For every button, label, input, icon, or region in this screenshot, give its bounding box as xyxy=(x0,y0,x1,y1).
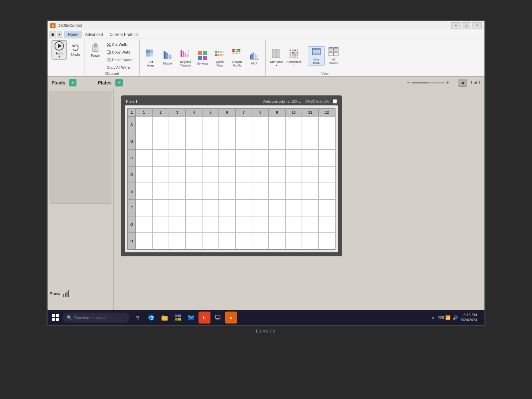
volume-icon[interactable]: 🔊 xyxy=(452,315,458,321)
menu-current-protocol[interactable]: Current Protocol xyxy=(106,31,142,38)
undo-button[interactable]: Undo xyxy=(69,40,82,60)
copy-all-wells-button[interactable]: Copy All Wells xyxy=(104,64,137,71)
pcr-button[interactable]: PCR xyxy=(246,48,263,67)
well-C1[interactable] xyxy=(136,150,152,166)
minimize-button[interactable]: ─ xyxy=(451,22,461,29)
well-H11[interactable] xyxy=(302,233,319,249)
well-H4[interactable] xyxy=(186,233,202,249)
well-B5[interactable] xyxy=(202,133,219,150)
well-E5[interactable] xyxy=(202,183,219,200)
start-button[interactable] xyxy=(50,312,61,323)
well-D7[interactable] xyxy=(235,166,252,183)
well-C4[interactable] xyxy=(186,150,202,166)
well-E8[interactable] xyxy=(252,183,269,200)
well-G1[interactable] xyxy=(136,216,152,233)
well-A12[interactable] xyxy=(319,116,335,133)
mail-icon[interactable] xyxy=(185,312,197,324)
well-A9[interactable] xyxy=(269,116,285,133)
network-tray-icon[interactable]: 📶 xyxy=(445,315,451,321)
well-H2[interactable] xyxy=(152,233,169,249)
well-B6[interactable] xyxy=(219,133,235,150)
well-H5[interactable] xyxy=(202,233,219,249)
well-F8[interactable] xyxy=(252,200,269,216)
well-F5[interactable] xyxy=(202,200,219,216)
well-A8[interactable] xyxy=(252,116,269,133)
well-A7[interactable] xyxy=(235,116,252,133)
well-B2[interactable] xyxy=(152,133,169,150)
well-E4[interactable] xyxy=(186,183,202,200)
well-E2[interactable] xyxy=(152,183,169,200)
well-C3[interactable] xyxy=(169,150,186,166)
menu-home[interactable]: Home xyxy=(65,31,82,38)
well-A1[interactable] xyxy=(136,116,152,133)
run-button[interactable]: Run ▾ xyxy=(52,40,67,60)
zoom-slider[interactable] xyxy=(412,82,445,83)
add-fluid-button[interactable]: + xyxy=(69,79,76,86)
well-F12[interactable] xyxy=(319,200,335,216)
well-B8[interactable] xyxy=(252,133,269,150)
well-B10[interactable] xyxy=(285,133,302,150)
well-A11[interactable] xyxy=(302,116,319,133)
task-view-button[interactable]: ⊟ xyxy=(131,312,143,324)
add-plate-button[interactable]: + xyxy=(115,79,123,86)
network-icon[interactable] xyxy=(212,312,224,324)
well-A6[interactable] xyxy=(219,116,235,133)
well-D8[interactable] xyxy=(252,166,269,183)
l-app-icon[interactable]: L xyxy=(199,312,210,324)
show-desktop-button[interactable] xyxy=(480,313,482,323)
well-C5[interactable] xyxy=(202,150,219,166)
well-C2[interactable] xyxy=(152,150,169,166)
well-G5[interactable] xyxy=(202,216,219,233)
well-A5[interactable] xyxy=(202,116,219,133)
store-icon[interactable] xyxy=(172,312,184,324)
well-B11[interactable] xyxy=(302,133,319,150)
normalize-button[interactable]: Normalize ▾ xyxy=(268,48,285,67)
well-B1[interactable] xyxy=(136,133,152,150)
targeted-titration-button[interactable]: TargetedTitration xyxy=(177,48,194,67)
titration-button[interactable]: Titration xyxy=(160,48,176,67)
well-H9[interactable] xyxy=(269,233,285,249)
well-G12[interactable] xyxy=(319,216,335,233)
well-H8[interactable] xyxy=(252,233,269,249)
well-F6[interactable] xyxy=(219,200,235,216)
well-C8[interactable] xyxy=(252,150,269,166)
well-F3[interactable] xyxy=(169,200,186,216)
well-D9[interactable] xyxy=(269,166,285,183)
well-E3[interactable] xyxy=(169,183,186,200)
edge-icon[interactable] xyxy=(145,312,157,324)
set-value-button[interactable]: SetValue xyxy=(142,48,159,67)
well-F1[interactable] xyxy=(136,200,152,216)
well-E11[interactable] xyxy=(302,183,319,200)
well-C9[interactable] xyxy=(269,150,285,166)
well-G2[interactable] xyxy=(152,216,169,233)
well-E12[interactable] xyxy=(319,183,335,200)
well-H6[interactable] xyxy=(219,233,235,249)
well-E6[interactable] xyxy=(219,183,235,200)
search-bar[interactable]: 🔍 Type here to search xyxy=(63,313,129,323)
quick-plate-button[interactable]: QuickPlate xyxy=(211,48,228,67)
keyboard-icon[interactable]: ⌨ xyxy=(438,315,444,321)
well-D3[interactable] xyxy=(169,166,186,183)
well-D6[interactable] xyxy=(219,166,235,183)
well-B4[interactable] xyxy=(186,133,202,150)
well-H3[interactable] xyxy=(169,233,186,249)
zoom-out-button[interactable]: − xyxy=(407,80,410,86)
maximize-button[interactable]: □ xyxy=(462,22,471,29)
well-A3[interactable] xyxy=(169,116,186,133)
well-E1[interactable] xyxy=(136,183,152,200)
well-F10[interactable] xyxy=(285,200,302,216)
well-A2[interactable] xyxy=(152,116,169,133)
well-G9[interactable] xyxy=(269,216,285,233)
well-C7[interactable] xyxy=(235,150,252,166)
well-H7[interactable] xyxy=(235,233,252,249)
well-C11[interactable] xyxy=(302,150,319,166)
well-G6[interactable] xyxy=(219,216,235,233)
well-C12[interactable] xyxy=(319,150,335,166)
well-F9[interactable] xyxy=(269,200,285,216)
well-D4[interactable] xyxy=(186,166,202,183)
paste-special-button[interactable]: Paste Special xyxy=(104,56,137,64)
randomize-button[interactable]: Randomize ▾ xyxy=(286,48,302,67)
well-A10[interactable] xyxy=(285,116,302,133)
well-D1[interactable] xyxy=(136,166,152,183)
well-A4[interactable] xyxy=(186,116,202,133)
